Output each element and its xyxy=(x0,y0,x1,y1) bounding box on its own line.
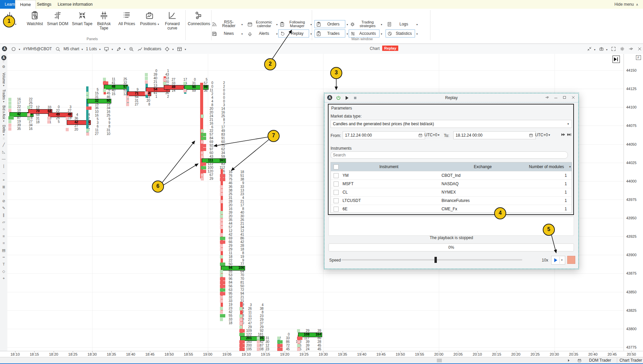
gear-icon[interactable]: ⚙ xyxy=(2,63,5,70)
lots-selector[interactable]: 1 Lots xyxy=(86,47,101,51)
select-all-checkbox[interactable] xyxy=(334,164,339,169)
pin-icon[interactable] xyxy=(545,95,549,100)
row-checkbox[interactable] xyxy=(334,190,339,195)
playback-play-button[interactable]: ▾ xyxy=(551,256,565,265)
sidebar-panel-bid-x-ask[interactable]: Bid x Ask xyxy=(2,105,6,119)
speed-slider-thumb[interactable] xyxy=(434,257,437,263)
close-icon[interactable] xyxy=(571,95,576,100)
layout-icon[interactable] xyxy=(177,46,186,52)
go-to-realtime-button[interactable] xyxy=(612,56,620,63)
ribbon-button-logs[interactable]: Logs xyxy=(386,20,418,28)
maximize-icon[interactable] xyxy=(562,95,567,100)
row-checkbox[interactable] xyxy=(334,181,339,187)
ribbon-button-positions[interactable]: Positions xyxy=(139,10,160,35)
instrument-row-ym[interactable]: YM CBOT_Ind 1 xyxy=(331,171,572,179)
chart-tab-label[interactable]: Chart xyxy=(370,46,379,51)
column-instrument[interactable]: Instrument xyxy=(339,164,439,169)
drawing-tool-icon-14[interactable]: ⌗ xyxy=(3,240,5,247)
chevron-down-icon[interactable] xyxy=(309,22,312,26)
chevron-down-icon[interactable] xyxy=(415,31,418,36)
app-logo-icon[interactable]: A xyxy=(2,46,8,52)
drawing-tool-icon-18[interactable]: ◇ xyxy=(2,268,5,275)
chevron-down-icon[interactable] xyxy=(379,22,382,26)
ribbon-button-trades[interactable]: Trades xyxy=(314,29,348,38)
horizontal-scrollbar-thumb[interactable] xyxy=(437,359,442,362)
sidebar-panel-volume[interactable]: Volume xyxy=(2,73,6,84)
ribbon-button-replay[interactable]: Replay xyxy=(278,29,312,38)
speed-slider[interactable] xyxy=(341,259,522,261)
drawing-tool-icon-16[interactable]: ┅ xyxy=(3,254,5,261)
ribbon-button-smart-dom[interactable]: Smart DOM xyxy=(47,10,68,35)
price-axis[interactable]: 4415044125441004407544050440254400043975… xyxy=(624,54,643,351)
chevron-down-icon[interactable] xyxy=(240,31,243,36)
ribbon-button-economic-calendar[interactable]: Economic calendar xyxy=(246,20,278,28)
chevron-down-icon[interactable] xyxy=(309,31,312,36)
instruments-table-header[interactable]: Instrument Exchange Number of modules ▾ xyxy=(331,162,572,171)
close-icon[interactable] xyxy=(637,46,642,52)
drawing-tool-icon-1[interactable]: ◺ xyxy=(2,148,5,155)
fast-forward-icon[interactable] xyxy=(561,132,566,137)
drag-handle[interactable]: ⠿ xyxy=(3,60,5,63)
chevron-down-icon[interactable]: ▾ xyxy=(560,257,563,264)
chevron-down-icon[interactable] xyxy=(345,22,348,26)
drawing-tool-icon-11[interactable]: ▱ xyxy=(2,219,5,226)
power-button[interactable] xyxy=(336,95,341,101)
ribbon-button-trading-strategies[interactable]: Trading strategies xyxy=(349,20,382,28)
drawing-tool-icon-2[interactable]: — xyxy=(2,155,6,162)
ribbon-button-bid-ask-tape[interactable]: Bid/Ask Tape xyxy=(93,10,115,35)
drawing-tool-icon-9[interactable]: ✎ xyxy=(2,205,5,212)
ribbon-button-connections[interactable]: Connections xyxy=(188,10,209,35)
to-timezone-select[interactable]: UTC+0▾ xyxy=(535,133,550,137)
ribbon-button-accounts[interactable]: Accounts xyxy=(349,29,382,38)
replay-dialog-titlebar[interactable]: Replay A xyxy=(325,93,578,102)
row-checkbox[interactable] xyxy=(334,207,339,212)
calendar-icon[interactable] xyxy=(577,358,582,363)
ribbon-button-all-prices[interactable]: All Prices xyxy=(116,10,137,35)
drawing-tool-icon-15[interactable]: ▤ xyxy=(2,247,5,254)
ribbon-button-statistics[interactable]: Statistics xyxy=(386,29,418,38)
time-axis[interactable]: 18:1018:1518:2018:2518:3018:3518:4018:45… xyxy=(0,351,643,357)
column-exchange[interactable]: Exchange xyxy=(439,164,526,169)
crosshair-icon[interactable] xyxy=(164,46,174,52)
ribbon-button-following-manager[interactable]: Following Manager xyxy=(278,20,312,28)
instrument-row-6e[interactable]: 6E CME_Fx 1 xyxy=(331,205,572,213)
chevron-down-icon[interactable] xyxy=(275,31,278,36)
drawing-tool-icon-12[interactable]: ○ xyxy=(3,226,5,233)
calendar-icon[interactable] xyxy=(418,133,423,138)
drawing-tool-icon-0[interactable]: ╱ xyxy=(3,141,5,148)
column-number-of-modules[interactable]: Number of modules xyxy=(526,164,567,169)
ribbon-button-orders[interactable]: Orders xyxy=(314,20,348,28)
skip-to-end-icon[interactable] xyxy=(567,132,572,137)
to-datetime-field[interactable]: 18.12.24 00:00 xyxy=(453,131,536,139)
pin-icon[interactable] xyxy=(628,46,634,52)
search-icon[interactable] xyxy=(55,46,61,52)
chevron-down-icon[interactable] xyxy=(379,31,382,36)
chart-trader-button[interactable]: Chart Trader xyxy=(620,358,642,363)
scroll-right-icon[interactable] xyxy=(567,358,571,363)
ribbon-button-forward-curve[interactable]: Forward curve xyxy=(162,10,183,35)
hide-menu-button[interactable]: Hide menu∧ xyxy=(615,0,638,9)
sort-caret-icon[interactable]: ▾ xyxy=(569,165,571,168)
sidebar-panel-trades[interactable]: Trades xyxy=(2,89,6,100)
ribbon-button-alerts[interactable]: Alerts xyxy=(246,29,278,38)
search-input[interactable] xyxy=(331,151,568,159)
market-data-type-select[interactable]: Candles and the generated best prices (t… xyxy=(331,120,572,128)
ribbon-button-watchlist[interactable]: Watchlist xyxy=(24,10,46,35)
drawing-tool-icon-3[interactable]: ❘ xyxy=(2,162,5,169)
drawing-tool-icon-13[interactable]: ≡ xyxy=(3,233,5,240)
gear-icon[interactable] xyxy=(620,46,625,52)
playback-stop-button[interactable] xyxy=(567,256,575,264)
calendar-icon[interactable] xyxy=(529,133,533,138)
drawing-tool-icon-6[interactable]: ≣ xyxy=(2,184,5,191)
symbol-selector[interactable]: #YMH5@CBOT xyxy=(23,47,52,51)
instrument-row-msft[interactable]: MSFT NASDAQ 1 xyxy=(331,179,572,188)
collapse-icon[interactable] xyxy=(587,46,595,52)
drawing-tool-icon-7[interactable]: ⌇ xyxy=(3,191,4,198)
drawing-tool-icon-4[interactable]: → xyxy=(2,169,6,176)
screenshot-icon[interactable] xyxy=(599,46,607,52)
chevron-down-icon[interactable] xyxy=(275,22,278,26)
tab-license-information[interactable]: License information xyxy=(53,0,97,9)
drawing-tool-icon-17[interactable]: T xyxy=(3,261,5,268)
ribbon-button-rss-reader[interactable]: RSS-Reader xyxy=(211,20,243,28)
ribbon-button-smart-tape[interactable]: Smart Tape xyxy=(71,10,93,35)
